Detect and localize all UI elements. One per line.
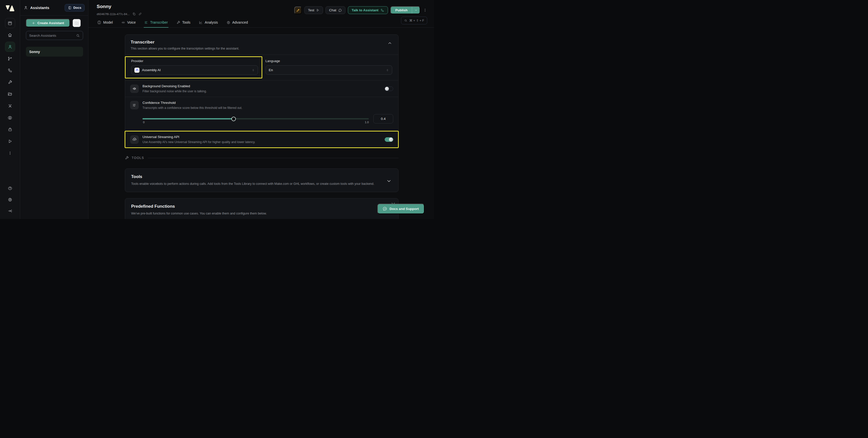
squads-icon[interactable]: [5, 101, 15, 111]
more-icon[interactable]: [5, 148, 15, 158]
tab-analysis[interactable]: Analysis: [198, 18, 218, 28]
home-icon[interactable]: [5, 30, 15, 40]
settings-icon[interactable]: [5, 195, 15, 205]
search-icon: [76, 34, 80, 37]
filter-lines-icon: [130, 101, 139, 109]
assistants-icon[interactable]: [5, 42, 15, 52]
test-suites-icon[interactable]: [5, 136, 15, 146]
slider-max-label: 1.0: [365, 121, 369, 124]
provider-field: Provider Assembly AI: [131, 59, 258, 75]
confidence-value-input[interactable]: 0.4: [373, 114, 393, 124]
confidence-row: Confidence Threshold Transcripts with a …: [125, 97, 398, 131]
folder-plus-button[interactable]: [72, 19, 81, 27]
transcriber-title: Transcriber: [131, 40, 393, 45]
phone-call-icon: [381, 8, 384, 12]
slider-min-label: 0: [143, 121, 145, 124]
docs-button[interactable]: Docs: [65, 4, 85, 11]
confidence-slider[interactable]: 0 1.0: [143, 117, 369, 121]
main-header: Sonny d60467f8-111b-477c-84... Test: [88, 0, 434, 28]
assistant-list-item[interactable]: Sonny: [26, 47, 83, 57]
phone-icon[interactable]: [5, 65, 15, 75]
tab-advanced[interactable]: Advanced: [226, 18, 248, 28]
wrench-icon: [177, 21, 180, 24]
provider-label: Provider: [131, 59, 258, 63]
wrench-icon: [125, 156, 129, 160]
assistant-search[interactable]: [26, 31, 83, 40]
assistant-id-row: d60467f8-111b-477c-84...: [97, 12, 142, 15]
search-input[interactable]: [29, 34, 76, 37]
docs-and-support-button[interactable]: Docs and Support: [377, 204, 425, 214]
universal-streaming-row: Universal Streaming API Use Assembly AI'…: [125, 131, 398, 147]
assistant-id: d60467f8-111b-477c-84...: [97, 12, 130, 15]
person-icon: [24, 5, 28, 10]
copy-icon[interactable]: [132, 12, 136, 15]
chart-icon: [199, 21, 203, 24]
collapse-chevron-up-icon[interactable]: [388, 41, 392, 45]
provider-select[interactable]: Assembly AI: [131, 65, 258, 75]
files-icon[interactable]: [5, 89, 15, 99]
vault-icon[interactable]: [5, 125, 15, 135]
waveform-icon: [121, 21, 125, 24]
assistants-panel: Assistants Docs Create Assistant: [20, 0, 88, 219]
main-area: Sonny d60467f8-111b-477c-84... Test: [88, 0, 434, 219]
transcriber-description: This section allows you to configure the…: [131, 47, 393, 50]
slider-fill: [143, 118, 234, 120]
publish-caret-icon[interactable]: [412, 7, 420, 13]
help-icon[interactable]: [5, 183, 15, 193]
icon-rail: [0, 0, 20, 219]
transcript-lines-icon: [144, 21, 148, 24]
wrench-icon[interactable]: [5, 77, 15, 87]
denoising-row: Background Denoising Enabled Filter back…: [125, 80, 398, 97]
tab-voice[interactable]: Voice: [121, 18, 136, 28]
assistants-panel-header: Assistants Docs: [20, 0, 88, 15]
chat-button[interactable]: Chat: [326, 6, 345, 14]
edit-button[interactable]: [294, 6, 302, 14]
universal-streaming-toggle[interactable]: [385, 137, 393, 142]
tools-expand-chevron-icon[interactable]: [386, 178, 392, 184]
chat-code-icon: [383, 207, 387, 211]
tools-section-divider: TOOLS: [125, 156, 399, 160]
folder-plus-icon: [75, 21, 79, 25]
create-assistant-button[interactable]: Create Assistant: [26, 19, 70, 27]
test-button[interactable]: Test: [304, 6, 323, 14]
denoising-toggle[interactable]: [385, 87, 393, 91]
search-shortcut[interactable]: ⌘ + ⇧ + F: [401, 16, 427, 24]
workflows-icon[interactable]: [5, 54, 15, 64]
tools-divider-label: TOOLS: [132, 156, 144, 160]
tab-tools[interactable]: Tools: [176, 18, 191, 28]
tab-transcriber[interactable]: Transcriber: [144, 18, 168, 28]
pencil-icon: [296, 8, 300, 12]
universal-streaming-title: Universal Streaming API: [143, 135, 381, 139]
tab-model[interactable]: Model: [97, 18, 113, 28]
talk-to-assistant-button[interactable]: Talk to Assistant: [348, 6, 388, 14]
transcriber-card: Transcriber This section allows you to c…: [125, 34, 399, 148]
tab-bar: Model Voice Transcriber: [97, 18, 248, 28]
publish-button[interactable]: Publish: [391, 6, 420, 14]
tools-card-title: Tools: [131, 174, 392, 179]
sign-out-icon[interactable]: [5, 206, 15, 216]
language-label: Language: [266, 59, 393, 63]
predefined-functions-title: Predefined Functions: [131, 204, 392, 209]
panel-title: Assistants: [30, 5, 49, 10]
predefined-functions-card[interactable]: Predefined Functions We've pre-built fun…: [125, 198, 399, 219]
page-title: Sonny: [97, 4, 111, 9]
chat-bubble-icon: [338, 8, 342, 12]
select-chevrons-icon: [386, 68, 389, 72]
confidence-title: Confidence Threshold: [143, 101, 393, 105]
play-icon: [316, 8, 319, 12]
account-icon[interactable]: [5, 113, 15, 123]
book-icon: [68, 6, 71, 9]
marketplace-icon[interactable]: [5, 18, 15, 28]
denoising-title: Background Denoising Enabled: [143, 84, 381, 88]
cloud-upload-icon: [130, 135, 139, 144]
settings-scroll-area[interactable]: Transcriber This section allows you to c…: [88, 28, 434, 219]
tools-card[interactable]: Tools Tools enable voicebots to perform …: [125, 168, 399, 192]
tools-card-description: Tools enable voicebots to perform action…: [131, 181, 384, 186]
denoising-description: Filter background noise while the user i…: [143, 90, 381, 93]
confidence-description: Transcripts with a confidence score belo…: [143, 106, 393, 110]
kebab-menu-icon[interactable]: [423, 8, 427, 12]
select-chevrons-icon: [252, 68, 255, 72]
language-select[interactable]: En: [266, 65, 393, 75]
gear-icon: [226, 21, 230, 24]
link-icon[interactable]: [138, 12, 142, 15]
